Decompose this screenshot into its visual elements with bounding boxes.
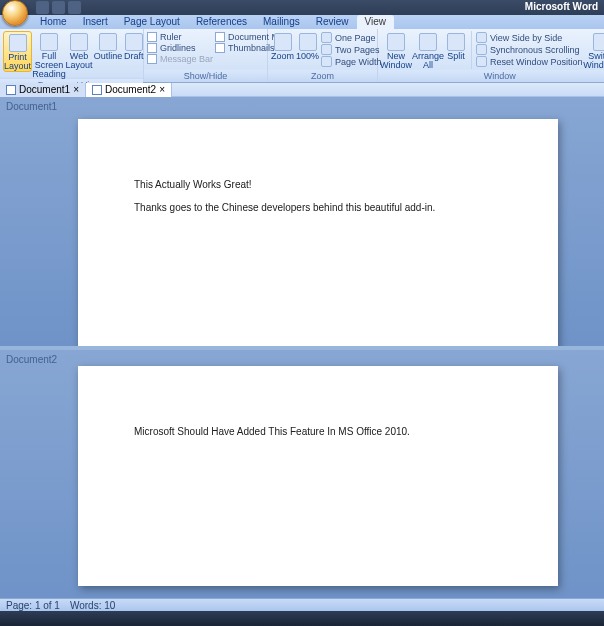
view-side-by-side-button[interactable]: View Side by Side	[476, 32, 583, 43]
tab-mailings[interactable]: Mailings	[255, 15, 308, 29]
document-tab-2-label: Document2	[105, 84, 156, 95]
draft-button[interactable]: Draft	[124, 31, 144, 61]
pane-document2: Document2 Microsoft Should Have Added Th…	[0, 346, 604, 599]
document-tab-2[interactable]: Document2×	[86, 83, 172, 97]
checkbox-icon	[215, 43, 225, 53]
document-tab-bar: Document1× Document2×	[0, 83, 604, 97]
full-screen-reading-button[interactable]: Full Screen Reading	[34, 31, 64, 79]
status-page[interactable]: Page: 1 of 1	[6, 600, 60, 611]
doc1-line1: This Actually Works Great!	[134, 179, 502, 190]
hundred-label: 100%	[296, 52, 319, 61]
tab-references[interactable]: References	[188, 15, 255, 29]
side-by-side-icon	[476, 32, 487, 43]
hundred-icon	[299, 33, 317, 51]
side-by-side-label: View Side by Side	[490, 33, 562, 43]
group-zoom-label: Zoom	[268, 70, 377, 82]
new-window-label: New Window	[380, 52, 412, 70]
ruler-checkbox[interactable]: Ruler	[147, 32, 213, 42]
ribbon: Print Layout Full Screen Reading Web Lay…	[0, 29, 604, 83]
split-label: Split	[447, 52, 465, 61]
one-page-button[interactable]: One Page	[321, 32, 382, 43]
checkbox-icon	[147, 43, 157, 53]
checkbox-icon	[147, 32, 157, 42]
full-screen-reading-icon	[40, 33, 58, 51]
document-tab-1-label: Document1	[19, 84, 70, 95]
sync-scroll-icon	[476, 44, 487, 55]
tab-insert[interactable]: Insert	[75, 15, 116, 29]
page-width-button[interactable]: Page Width	[321, 56, 382, 67]
close-icon[interactable]: ×	[159, 84, 165, 95]
outline-button[interactable]: Outline	[94, 31, 122, 61]
arrange-all-icon	[419, 33, 437, 51]
zoom-icon	[274, 33, 292, 51]
switch-windows-icon	[593, 33, 604, 51]
tab-review[interactable]: Review	[308, 15, 357, 29]
two-pages-button[interactable]: Two Pages	[321, 44, 382, 55]
status-bar: Page: 1 of 1 Words: 10	[0, 598, 604, 611]
title-bar: Microsoft Word	[0, 0, 604, 15]
new-window-icon	[387, 33, 405, 51]
reset-window-icon	[476, 56, 487, 67]
arrange-all-label: Arrange All	[412, 52, 444, 70]
pane-document1: Document1 This Actually Works Great! Tha…	[0, 97, 604, 346]
separator	[471, 31, 472, 69]
tab-page-layout[interactable]: Page Layout	[116, 15, 188, 29]
print-layout-button[interactable]: Print Layout	[3, 31, 32, 72]
full-screen-reading-label: Full Screen Reading	[32, 52, 66, 79]
one-page-icon	[321, 32, 332, 43]
draft-label: Draft	[124, 52, 144, 61]
redo-icon[interactable]	[68, 1, 81, 14]
two-pages-icon	[321, 44, 332, 55]
gridlines-label: Gridlines	[160, 43, 196, 53]
gridlines-checkbox[interactable]: Gridlines	[147, 43, 213, 53]
page-width-icon	[321, 56, 332, 67]
pane-2-label: Document2	[6, 354, 57, 365]
two-pages-label: Two Pages	[335, 45, 380, 55]
zoom-button[interactable]: Zoom	[271, 31, 294, 61]
document-tab-1[interactable]: Document1×	[0, 83, 86, 97]
split-button[interactable]: Split	[445, 31, 467, 61]
sync-scroll-button[interactable]: Synchronous Scrolling	[476, 44, 583, 55]
switch-windows-label: Switch Windows	[583, 52, 604, 70]
status-words[interactable]: Words: 10	[70, 600, 115, 611]
outline-icon	[99, 33, 117, 51]
page-document2[interactable]: Microsoft Should Have Added This Feature…	[78, 366, 558, 586]
message-bar-checkbox[interactable]: Message Bar	[147, 54, 213, 64]
tab-home[interactable]: Home	[32, 15, 75, 29]
split-icon	[447, 33, 465, 51]
doc2-line1: Microsoft Should Have Added This Feature…	[134, 426, 502, 437]
group-show-hide: Ruler Gridlines Message Bar Document Map…	[144, 29, 268, 82]
group-window-label: Window	[378, 70, 604, 82]
print-layout-icon	[9, 34, 27, 52]
ribbon-tab-strip: Home Insert Page Layout References Maili…	[0, 15, 604, 29]
print-layout-label: Print Layout	[4, 53, 31, 71]
undo-icon[interactable]	[52, 1, 65, 14]
quick-access-toolbar	[36, 1, 81, 14]
save-icon[interactable]	[36, 1, 49, 14]
outline-label: Outline	[94, 52, 123, 61]
message-bar-label: Message Bar	[160, 54, 213, 64]
one-page-label: One Page	[335, 33, 376, 43]
draft-icon	[125, 33, 143, 51]
page-document1[interactable]: This Actually Works Great! Thanks goes t…	[78, 119, 558, 346]
office-button[interactable]	[2, 0, 28, 26]
reset-window-button[interactable]: Reset Window Position	[476, 56, 583, 67]
group-window: New Window Arrange All Split View Side b…	[378, 29, 604, 82]
web-layout-button[interactable]: Web Layout	[66, 31, 92, 70]
checkbox-icon	[215, 32, 225, 42]
arrange-all-button[interactable]: Arrange All	[413, 31, 443, 70]
group-document-views: Print Layout Full Screen Reading Web Lay…	[0, 29, 144, 82]
switch-windows-button[interactable]: Switch Windows	[585, 31, 604, 70]
new-window-button[interactable]: New Window	[381, 31, 411, 70]
doc1-line2: Thanks goes to the Chinese developers be…	[134, 202, 502, 213]
group-show-hide-label: Show/Hide	[144, 70, 267, 82]
web-layout-icon	[70, 33, 88, 51]
hundred-percent-button[interactable]: 100%	[296, 31, 319, 61]
document-icon	[92, 85, 102, 95]
ruler-label: Ruler	[160, 32, 182, 42]
checkbox-icon	[147, 54, 157, 64]
taskbar	[0, 611, 604, 626]
app-title: Microsoft Word	[525, 1, 598, 12]
tab-view[interactable]: View	[357, 15, 395, 29]
close-icon[interactable]: ×	[73, 84, 79, 95]
